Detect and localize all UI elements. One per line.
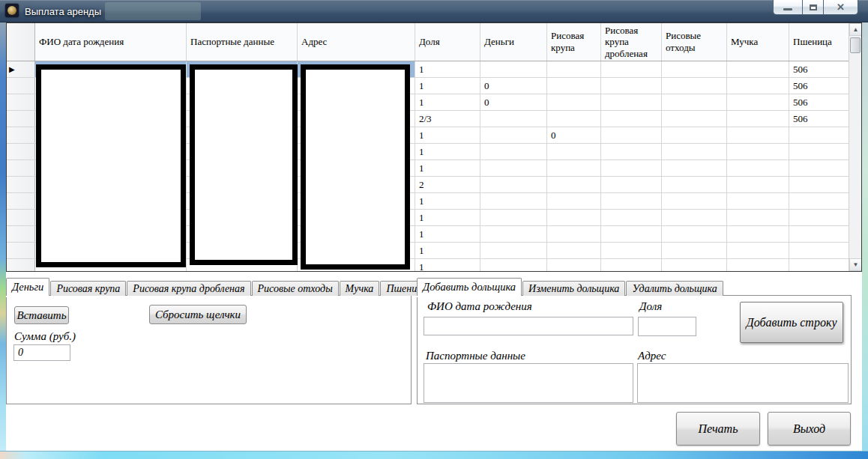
grid-cell[interactable]	[662, 78, 727, 94]
grid-cell[interactable]	[547, 193, 601, 209]
grid-cell[interactable]	[601, 259, 662, 272]
tab-edit-shareholder[interactable]: Изменить дольщика	[522, 281, 625, 296]
grid-cell[interactable]	[480, 61, 547, 77]
grid-cell[interactable]	[789, 193, 850, 209]
fio-input[interactable]	[424, 317, 633, 335]
grid-cell[interactable]	[727, 226, 789, 242]
tab-risovaya-krupa-droblenaya[interactable]: Рисовая крупа дробленая	[127, 281, 250, 296]
grid-cell[interactable]	[547, 243, 601, 258]
grid-cell[interactable]	[727, 177, 789, 192]
grid-cell[interactable]	[662, 160, 727, 176]
tab-muchka[interactable]: Мучка	[340, 281, 380, 296]
grid-cell[interactable]: 1	[415, 127, 480, 143]
grid-cell[interactable]	[547, 226, 601, 242]
column-header[interactable]: Рисовые отходы	[662, 23, 727, 61]
tab-risovaya-krupa[interactable]: Рисовая крупа	[50, 281, 126, 296]
grid-cell[interactable]	[727, 78, 789, 94]
grid-cell[interactable]: 506	[789, 61, 850, 77]
row-header[interactable]	[7, 78, 35, 94]
row-header[interactable]	[7, 94, 35, 110]
tab-delete-shareholder[interactable]: Удалить дольщика	[626, 281, 723, 296]
grid-cell[interactable]	[789, 127, 850, 143]
grid-cell[interactable]	[662, 243, 727, 258]
grid-cell[interactable]	[480, 259, 547, 272]
column-header[interactable]: Мучка	[727, 23, 789, 61]
grid-cell[interactable]	[547, 259, 601, 272]
grid-cell[interactable]: 0	[547, 127, 601, 143]
grid-cell[interactable]: 1	[415, 144, 480, 159]
grid-cell[interactable]	[480, 144, 547, 159]
grid-cell[interactable]	[789, 177, 850, 192]
grid-cell[interactable]	[601, 160, 662, 176]
column-header[interactable]: Пшеница	[789, 23, 850, 61]
grid-cell[interactable]	[480, 193, 547, 209]
tab-dengi[interactable]: Деньги	[6, 278, 49, 296]
grid-cell[interactable]: 1	[415, 94, 480, 110]
grid-cell[interactable]: 506	[789, 111, 850, 127]
grid-cell[interactable]	[727, 160, 789, 176]
row-header[interactable]	[7, 127, 35, 143]
grid-cell[interactable]	[662, 94, 727, 110]
grid-cell[interactable]	[662, 177, 727, 192]
grid-cell[interactable]	[727, 127, 789, 143]
tab-add-shareholder[interactable]: Добавить дольщика	[417, 278, 522, 296]
column-header[interactable]: ФИО дата рождения	[35, 23, 187, 61]
row-header[interactable]	[7, 259, 35, 272]
grid-cell[interactable]: 1	[415, 78, 480, 94]
address-input[interactable]	[637, 363, 849, 403]
grid-cell[interactable]	[601, 226, 662, 242]
row-header[interactable]: ▶	[7, 61, 35, 77]
grid-cell[interactable]: 2/3	[415, 111, 480, 127]
grid-cell[interactable]	[601, 210, 662, 225]
row-header[interactable]	[7, 226, 35, 242]
column-header[interactable]: Рисовая крупа дробленая	[601, 23, 662, 61]
sum-input[interactable]	[13, 344, 70, 361]
grid-cell[interactable]	[547, 160, 601, 176]
row-header[interactable]	[7, 111, 35, 127]
grid-cell[interactable]: 0	[480, 78, 547, 94]
grid-cell[interactable]	[662, 144, 727, 159]
grid-cell[interactable]	[547, 61, 601, 77]
grid-cell[interactable]	[601, 243, 662, 258]
grid-cell[interactable]: 1	[415, 193, 480, 209]
column-header[interactable]: Адрес	[298, 23, 415, 61]
dolya-input[interactable]	[638, 317, 696, 336]
passport-input[interactable]	[424, 363, 633, 403]
grid-cell[interactable]	[480, 243, 547, 258]
column-header[interactable]: Деньги	[480, 23, 547, 61]
column-header[interactable]: Доля	[415, 23, 480, 61]
grid-cell[interactable]	[547, 78, 601, 94]
print-button[interactable]: Печать	[676, 412, 760, 446]
grid-cell[interactable]	[601, 61, 662, 77]
reset-clicks-button[interactable]: Сбросить щелчки	[149, 305, 247, 324]
grid-cell[interactable]	[789, 226, 850, 242]
grid-cell[interactable]	[789, 160, 850, 176]
grid-cell[interactable]	[601, 94, 662, 110]
grid-cell[interactable]: 1	[415, 243, 480, 258]
grid-cell[interactable]: 0	[480, 94, 547, 110]
grid-cell[interactable]	[727, 61, 789, 77]
grid-cell[interactable]: 1	[415, 259, 480, 272]
add-row-button[interactable]: Добавить строку	[740, 302, 843, 343]
grid-cell[interactable]	[662, 259, 727, 272]
grid-cell[interactable]	[547, 210, 601, 225]
grid-cell[interactable]	[547, 111, 601, 127]
column-header[interactable]: Паспортные данные	[187, 23, 298, 61]
row-header[interactable]	[7, 193, 35, 209]
grid-cell[interactable]	[547, 177, 601, 192]
row-header[interactable]	[7, 144, 35, 159]
grid-cell[interactable]: 506	[789, 94, 850, 110]
scroll-up-arrow-icon[interactable]: ▲	[849, 23, 862, 36]
grid-cell[interactable]	[789, 210, 850, 225]
grid-cell[interactable]	[727, 210, 789, 225]
maximize-button[interactable]	[803, 0, 823, 15]
grid-cell[interactable]	[601, 177, 662, 192]
grid-cell[interactable]	[662, 127, 727, 143]
row-header[interactable]	[7, 177, 35, 192]
grid-cell[interactable]	[789, 259, 850, 272]
tab-risovye-othody[interactable]: Рисовые отходы	[252, 281, 339, 296]
grid-cell[interactable]	[727, 243, 789, 258]
grid-cell[interactable]	[662, 226, 727, 242]
scrollbar-thumb[interactable]	[850, 37, 861, 53]
titlebar[interactable]: Выплата аренды ✕	[0, 0, 868, 22]
